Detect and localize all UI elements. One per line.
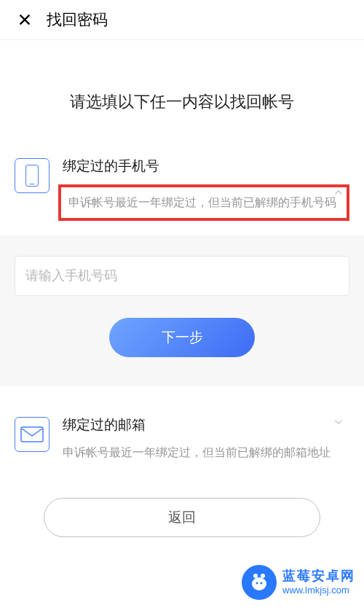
email-icon <box>15 417 50 452</box>
svg-point-8 <box>261 582 263 585</box>
email-option-title: 绑定过的邮箱 <box>63 415 349 434</box>
watermark: 蓝莓安卓网 www.lmkjsj.com <box>242 565 355 600</box>
watermark-url: www.lmkjsj.com <box>282 585 355 596</box>
highlight-annotation: 申诉帐号最近一年绑定过，但当前已解绑的手机号码 <box>58 184 349 221</box>
phone-number-input[interactable] <box>15 256 349 296</box>
return-button[interactable]: 返回 <box>44 498 320 537</box>
svg-rect-6 <box>257 578 261 581</box>
svg-point-4 <box>253 574 258 578</box>
close-icon[interactable] <box>15 9 35 30</box>
phone-option-content: 绑定过的手机号 申诉帐号最近一年绑定过，但当前已解绑的手机号码 <box>63 157 349 221</box>
watermark-name: 蓝莓安卓网 <box>282 569 355 585</box>
email-option-content: 绑定过的邮箱 申诉帐号最近一年绑定过，但当前已解绑的邮箱地址 <box>63 415 349 462</box>
phone-icon <box>15 158 50 193</box>
email-option-section[interactable]: 绑定过的邮箱 申诉帐号最近一年绑定过，但当前已解绑的邮箱地址 <box>0 386 364 462</box>
next-button[interactable]: 下一步 <box>109 318 255 357</box>
svg-point-5 <box>261 574 265 578</box>
phone-option-title: 绑定过的手机号 <box>63 157 349 176</box>
svg-rect-2 <box>21 427 43 442</box>
email-option-description: 申诉帐号最近一年绑定过，但当前已解绑的邮箱地址 <box>63 443 349 462</box>
chevron-up-icon <box>332 186 345 202</box>
watermark-text: 蓝莓安卓网 www.lmkjsj.com <box>282 569 355 596</box>
svg-point-7 <box>256 582 258 585</box>
page-title: 请选填以下任一内容以找回帐号 <box>0 40 364 157</box>
header: 找回密码 <box>0 0 364 39</box>
phone-option-description: 申诉帐号最近一年绑定过，但当前已解绑的手机号码 <box>68 193 339 212</box>
header-title: 找回密码 <box>47 9 108 30</box>
watermark-logo-icon <box>242 565 277 600</box>
chevron-down-icon <box>332 415 345 432</box>
phone-expanded-area: 下一步 <box>0 235 364 386</box>
phone-option-section[interactable]: 绑定过的手机号 申诉帐号最近一年绑定过，但当前已解绑的手机号码 <box>0 157 364 221</box>
